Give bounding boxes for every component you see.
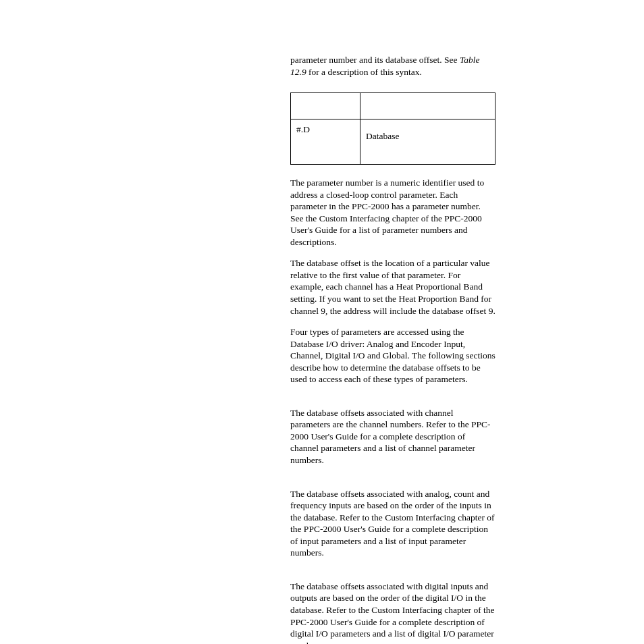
paragraph-digital-io: The database offsets associated with dig… [290, 581, 495, 644]
table-cell-right: Database [360, 119, 495, 165]
syntax-table: #.D Database [290, 92, 495, 165]
table-cell-left: #.D [291, 119, 360, 165]
intro-text-before: parameter number and its database offset… [290, 55, 460, 65]
table-header-left [291, 93, 360, 119]
intro-paragraph: parameter number and its database offset… [290, 54, 495, 78]
paragraph-parameter-types: Four types of parameters are accessed us… [290, 326, 495, 385]
paragraph-channel-params: The database offsets associated with cha… [290, 407, 495, 466]
paragraph-database-offset: The database offset is the location of a… [290, 257, 495, 317]
document-page: parameter number and its database offset… [0, 0, 644, 644]
intro-text-after: for a description of this syntax. [306, 67, 422, 77]
paragraph-analog-inputs: The database offsets associated with ana… [290, 488, 495, 559]
table-header-right [360, 93, 495, 119]
paragraph-parameter-number: The parameter number is a numeric identi… [290, 177, 495, 248]
